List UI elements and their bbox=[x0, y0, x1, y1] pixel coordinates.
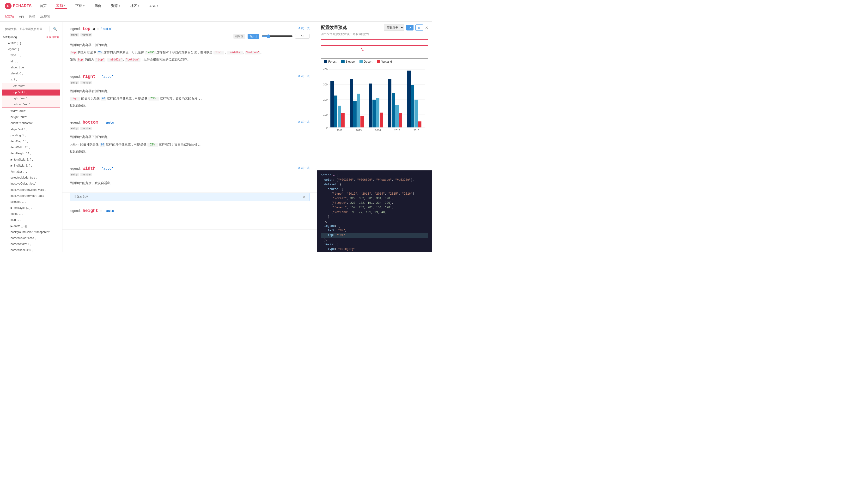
doc-default-right: 'auto' bbox=[101, 75, 113, 79]
tree-item-tooltip[interactable]: tooltip ... , bbox=[0, 211, 62, 217]
tree-item-bordercolor[interactable]: borderColor: '#ccc' , bbox=[0, 235, 62, 241]
tree-item-itemheight[interactable]: itemHeight: 14 , bbox=[0, 150, 62, 157]
old-doc-close-btn[interactable]: ✕ bbox=[303, 195, 305, 199]
try-btn-right[interactable]: ↺ 试一试 bbox=[298, 74, 310, 78]
svg-rect-20 bbox=[369, 84, 372, 127]
inline-middle: 'middle' bbox=[227, 51, 243, 54]
inline-top2: 'top' bbox=[214, 51, 224, 54]
tree-item-orient[interactable]: orient: 'horizontal' , bbox=[0, 120, 62, 126]
svg-rect-26 bbox=[392, 93, 395, 127]
tree-item-z[interactable]: z: 2 , bbox=[0, 76, 62, 83]
code-line-15: }, bbox=[321, 238, 428, 242]
legend-item-wetland: Wetland bbox=[377, 60, 392, 63]
nav-examples[interactable]: 示例 bbox=[93, 4, 103, 8]
try-btn-top[interactable]: ↺ 试一试 bbox=[298, 26, 310, 30]
sidebar-tree-root: setOption({ bbox=[3, 36, 17, 39]
tree-item-data[interactable]: ▶ data: [{...}] , bbox=[0, 223, 62, 229]
tree-item-padding[interactable]: padding: 5 , bbox=[0, 133, 62, 138]
tree-item-show[interactable]: show: true , bbox=[0, 64, 62, 71]
doc-tags-bottom: string number bbox=[70, 127, 116, 130]
nav-asf-arrow: ▼ bbox=[156, 4, 159, 7]
tab-tutorial[interactable]: 教程 bbox=[29, 13, 35, 21]
nav-download[interactable]: 下载 ▼ bbox=[74, 4, 86, 8]
tree-item-borderradius[interactable]: borderRadius: 0 , bbox=[0, 247, 62, 252]
search-input[interactable] bbox=[3, 26, 49, 32]
nav-docs[interactable]: 文档 ▼ bbox=[55, 3, 67, 9]
doc-section-top: legend. top ◀ = 'auto' string number ↺ 试… bbox=[62, 22, 317, 69]
tree-item-formatter[interactable]: formatter ... , bbox=[0, 169, 62, 175]
tree-item-left[interactable]: left: 'auto' , bbox=[2, 83, 60, 89]
tree-item-selectedmode[interactable]: selectedMode: true , bbox=[0, 175, 62, 181]
tree-item-height[interactable]: height: 'auto' , bbox=[0, 114, 62, 120]
tree-item-inactivebordercolor[interactable]: inactiveBorderColor: '#ccc' , bbox=[0, 187, 62, 193]
legend-dot-steppe bbox=[341, 60, 345, 63]
tree-item-zlevel[interactable]: zlevel: 0 , bbox=[0, 71, 62, 76]
tree-item-right[interactable]: right: 'auto' , bbox=[2, 96, 60, 101]
svg-rect-10 bbox=[331, 81, 334, 127]
tree-item-itemstyle[interactable]: ▶ itemStyle: {...} , bbox=[0, 157, 62, 163]
tab-gl[interactable]: GL配置 bbox=[40, 13, 50, 21]
logo-icon: E bbox=[5, 3, 12, 9]
tree-item-textstyle[interactable]: ▶ textStyle: {...} , bbox=[0, 205, 62, 211]
inline-bottom: 'bottom' bbox=[245, 51, 261, 54]
search-button[interactable]: 🔍 bbox=[51, 26, 59, 32]
doc-tag-string-bottom: string bbox=[70, 127, 79, 130]
tree-item-align[interactable]: align: 'auto' , bbox=[0, 126, 62, 133]
nav-asf[interactable]: ASF ▼ bbox=[148, 4, 160, 8]
tree-item-inactiveborderwidth[interactable]: inactiveBorderWidth: 'auto' , bbox=[0, 193, 62, 199]
nav-resources[interactable]: 资源 ▼ bbox=[110, 4, 122, 8]
preview-expand-btn[interactable]: ⊞ bbox=[416, 24, 423, 31]
inline-middle2: 'middle' bbox=[107, 58, 123, 62]
number-input-top[interactable] bbox=[295, 34, 310, 39]
sidebar-collapse-btn[interactable]: ≡ 收起所有 bbox=[47, 35, 59, 39]
doc-tag-string: string bbox=[70, 33, 79, 36]
tree-item-icon[interactable]: icon ... , bbox=[0, 217, 62, 223]
preview-refresh-btn[interactable]: ⟳ bbox=[406, 25, 413, 30]
tree-item-selected[interactable]: selected ... , bbox=[0, 199, 62, 205]
red-arrow-icon: ➘ bbox=[359, 46, 365, 53]
preview-header: 配置效果预览 基础图例 ⟳ ⊞ ✕ bbox=[317, 22, 432, 32]
tree-item-top[interactable]: top: 'auto' , bbox=[2, 89, 60, 96]
tree-item-itemgap[interactable]: itemGap: 10 , bbox=[0, 138, 62, 145]
svg-rect-23 bbox=[380, 113, 383, 127]
logo[interactable]: E ECHARTS bbox=[5, 3, 32, 9]
tab-api[interactable]: API bbox=[19, 13, 24, 21]
doc-collapse-arrow-top[interactable]: ◀ bbox=[92, 27, 95, 31]
tree-item-bottom[interactable]: bottom: 'auto' , bbox=[2, 101, 60, 108]
tab-config[interactable]: 配置项 bbox=[5, 12, 14, 21]
try-btn-width[interactable]: ↺ 试一试 bbox=[298, 166, 310, 170]
svg-text:2015: 2015 bbox=[394, 129, 400, 132]
svg-rect-13 bbox=[341, 113, 345, 127]
doc-default-width: 'auto' bbox=[101, 167, 113, 171]
tree-item-type[interactable]: type ... , bbox=[0, 52, 62, 58]
doc-desc-right-3: 默认自适应。 bbox=[70, 103, 310, 108]
inline-20-bottom: 20 bbox=[100, 143, 105, 147]
svg-text:100: 100 bbox=[323, 113, 327, 116]
preview-input-box[interactable] bbox=[321, 39, 428, 46]
slider-percent-label[interactable]: 百分比 bbox=[248, 34, 259, 39]
tree-group-position: left: 'auto' , top: 'auto' , right: 'aut… bbox=[2, 83, 60, 108]
nav-community[interactable]: 社区 ▼ bbox=[129, 4, 141, 8]
tree-item-borderwidth[interactable]: borderWidth: 1 , bbox=[0, 241, 62, 247]
code-line-3: dataset: { bbox=[321, 182, 428, 187]
tree-item-width[interactable]: width: 'auto' , bbox=[0, 108, 62, 114]
slider-top[interactable] bbox=[262, 34, 293, 38]
code-line-1: option = { bbox=[321, 173, 428, 178]
try-btn-bottom[interactable]: ↺ 试一试 bbox=[298, 120, 310, 124]
doc-tags-top: string number bbox=[70, 33, 113, 36]
svg-rect-11 bbox=[334, 96, 337, 127]
tree-item-linestyle[interactable]: ▶ lineStyle: {...} , bbox=[0, 163, 62, 169]
tree-item-legend[interactable]: legend: { bbox=[0, 46, 62, 52]
tree-item-itemwidth[interactable]: itemWidth: 25 , bbox=[0, 145, 62, 150]
inline-20pct-right: '20%' bbox=[148, 97, 159, 100]
tree-item-bgcolor[interactable]: backgroundColor: 'transparent' , bbox=[0, 229, 62, 235]
tree-item-title[interactable]: ▶ title: {...} , bbox=[0, 40, 62, 46]
preview-select[interactable]: 基础图例 bbox=[384, 24, 404, 31]
tree-item-inactivecolor[interactable]: inactiveColor: '#ccc' , bbox=[0, 181, 62, 187]
nav-home[interactable]: 首页 bbox=[39, 4, 48, 8]
tree-item-id[interactable]: id ... , bbox=[0, 59, 62, 64]
slider-absolute-label[interactable]: 绝对值 bbox=[233, 34, 245, 39]
legend-item-forest: Forest bbox=[324, 60, 336, 63]
preview-close-btn[interactable]: ✕ bbox=[425, 25, 428, 30]
main-layout: 🔍 setOption({ ≡ 收起所有 ▶ title: {...} , le… bbox=[0, 22, 432, 252]
